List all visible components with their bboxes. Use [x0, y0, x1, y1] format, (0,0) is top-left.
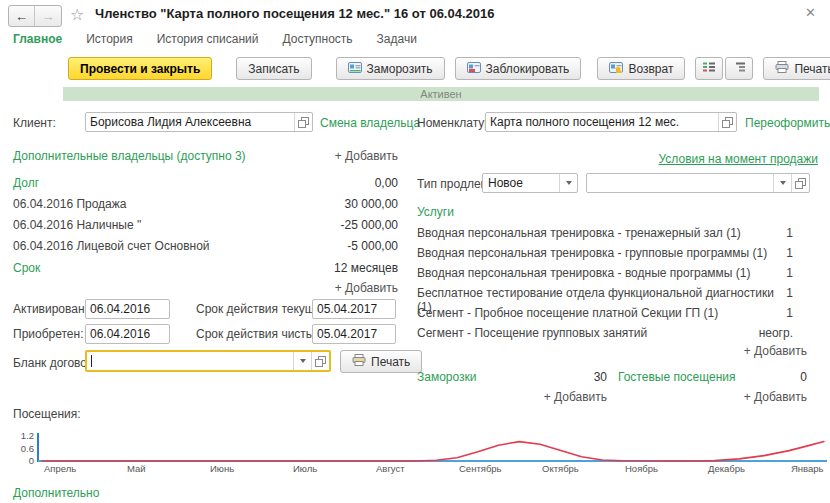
service-count: 1	[786, 246, 793, 260]
add-owner-link[interactable]: + Добавить	[250, 149, 398, 163]
renewal-extra-combobox	[586, 173, 810, 193]
print-contract-button[interactable]: Печать	[340, 350, 422, 373]
svg-text:0: 0	[29, 455, 34, 466]
dropdown-icon[interactable]	[559, 174, 577, 192]
block-button[interactable]: Заблокировать	[455, 57, 582, 80]
freeze-card-icon	[348, 62, 362, 76]
service-count: неогр.	[759, 326, 793, 340]
svg-text:Июнь: Июнь	[210, 463, 234, 474]
add-freeze-link[interactable]: + Добавить	[460, 390, 607, 404]
service-row: Сегмент - Посещение групповых занятийнео…	[417, 326, 793, 340]
svg-text:1.2: 1.2	[21, 430, 34, 441]
tab-main[interactable]: Главное	[13, 32, 62, 46]
renewal-type-select[interactable]: Новое	[482, 173, 578, 193]
service-count: 1	[786, 306, 793, 320]
guest-visits-value: 0	[720, 370, 807, 384]
debt-row-amount: -5 000,00	[250, 239, 398, 253]
add-service-link[interactable]: + Добавить	[660, 344, 807, 358]
term-section-link[interactable]: Срок	[13, 261, 40, 275]
tab-history[interactable]: История	[86, 32, 133, 46]
refund-button[interactable]: Возврат	[597, 57, 685, 80]
print-contract-label: Печать	[371, 355, 410, 369]
svg-text:0.6: 0.6	[21, 443, 34, 454]
tab-availability[interactable]: Доступность	[282, 32, 352, 46]
block-card-icon	[467, 62, 481, 76]
hierarchy-list-icon	[732, 61, 746, 76]
valid-current-field	[312, 299, 396, 319]
client-field	[85, 112, 313, 132]
service-count: 1	[786, 226, 793, 240]
additional-section-link[interactable]: Дополнительно	[13, 486, 99, 500]
toolbar: Провести и закрыть Записать Заморозить З…	[68, 57, 830, 80]
open-icon[interactable]	[718, 113, 736, 131]
acquired-field	[85, 324, 170, 344]
service-row: Сегмент - Пробное посещение платной Секц…	[417, 306, 793, 320]
svg-text:Ноябрь: Ноябрь	[625, 463, 658, 474]
change-owner-link[interactable]: Смена владельца	[320, 116, 420, 130]
contract-form-combobox	[85, 350, 331, 372]
open-icon[interactable]	[294, 113, 312, 131]
add-term-link[interactable]: + Добавить	[250, 281, 398, 295]
post-and-close-button[interactable]: Провести и закрыть	[68, 57, 212, 80]
service-row: Вводная персональная тренировка - тренаж…	[417, 226, 793, 240]
colored-list-icon	[702, 61, 716, 76]
svg-text:Июль: Июль	[293, 463, 317, 474]
renewal-type-value: Новое	[483, 176, 559, 190]
freezes-value: 30	[520, 370, 607, 384]
valid-current-input[interactable]	[313, 302, 395, 316]
visits-label: Посещения:	[13, 407, 81, 421]
visits-chart-svg: 00.61.2АпрельМайИюньИюльАвгустСентябрьОк…	[0, 424, 830, 478]
add-guest-visit-link[interactable]: + Добавить	[660, 390, 807, 404]
visits-chart: 00.61.2АпрельМайИюньИюльАвгустСентябрьОк…	[0, 424, 830, 478]
client-label: Клиент:	[13, 116, 56, 130]
term-value: 12 месяцев	[280, 261, 398, 275]
service-name: Сегмент - Пробное посещение платной Секц…	[417, 306, 718, 320]
svg-text:Апрель: Апрель	[44, 463, 76, 474]
service-count: 1	[786, 266, 793, 280]
service-name: Вводная персональная тренировка - тренаж…	[417, 226, 741, 240]
open-icon[interactable]	[311, 352, 329, 370]
services-section-link[interactable]: Услуги	[417, 205, 454, 219]
svg-text:Май: Май	[127, 463, 146, 474]
nomenclature-input[interactable]	[486, 115, 718, 129]
save-button[interactable]: Записать	[236, 57, 311, 80]
contract-form-input[interactable]	[92, 354, 293, 368]
list-view-button[interactable]	[695, 57, 723, 80]
dropdown-icon[interactable]	[293, 352, 311, 370]
reissue-link[interactable]: Переоформить	[745, 116, 830, 130]
guest-visits-section-link[interactable]: Гостевые посещения	[618, 370, 736, 384]
debt-row-label: 06.04.2016 Наличные "	[13, 218, 141, 232]
service-name: Вводная персональная тренировка - группо…	[417, 246, 767, 260]
freeze-button[interactable]: Заморозить	[336, 57, 445, 80]
hierarchy-view-button[interactable]	[725, 57, 753, 80]
printer-icon	[775, 61, 789, 76]
sale-conditions-link[interactable]: Условия на момент продажи	[600, 152, 818, 166]
additional-owners-link[interactable]: Дополнительные владельцы (доступно 3)	[13, 149, 246, 163]
block-button-label: Заблокировать	[486, 62, 570, 76]
valid-net-field	[312, 324, 396, 344]
printer-icon	[352, 354, 366, 369]
freezes-section-link[interactable]: Заморозки	[417, 370, 477, 384]
close-icon[interactable]: ✕	[805, 5, 816, 20]
renewal-extra-input[interactable]	[587, 176, 773, 190]
print-menu-button[interactable]: Печать	[763, 57, 830, 80]
debt-row-amount: 30 000,00	[250, 197, 398, 211]
dropdown-icon[interactable]	[773, 174, 791, 192]
nomenclature-field	[485, 112, 737, 132]
forward-icon[interactable]: →	[35, 6, 61, 26]
debt-row-amount: -25 000,00	[250, 218, 398, 232]
favorite-star-icon[interactable]: ☆	[70, 5, 84, 24]
valid-net-input[interactable]	[313, 327, 395, 341]
debt-section-link[interactable]: Долг	[13, 176, 39, 190]
acquired-input[interactable]	[86, 327, 169, 341]
tab-tasks[interactable]: Задачи	[377, 32, 417, 46]
service-name: Вводная персональная тренировка - водные…	[417, 266, 751, 280]
debt-total: 0,00	[300, 176, 398, 190]
activated-input[interactable]	[86, 302, 169, 316]
tab-writeoff-history[interactable]: История списаний	[157, 32, 259, 46]
client-input[interactable]	[86, 115, 294, 129]
back-icon[interactable]: ←	[9, 6, 35, 26]
open-icon[interactable]	[791, 174, 809, 192]
service-row: Вводная персональная тренировка - водные…	[417, 266, 793, 280]
tab-bar: Главное История История списаний Доступн…	[13, 32, 417, 46]
